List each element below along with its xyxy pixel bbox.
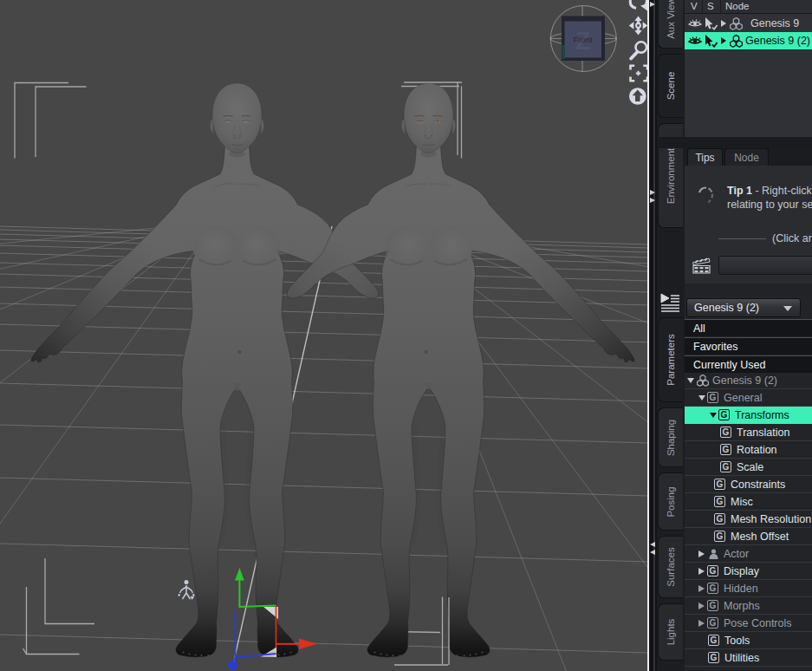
svg-text:Front: Front — [573, 35, 593, 44]
